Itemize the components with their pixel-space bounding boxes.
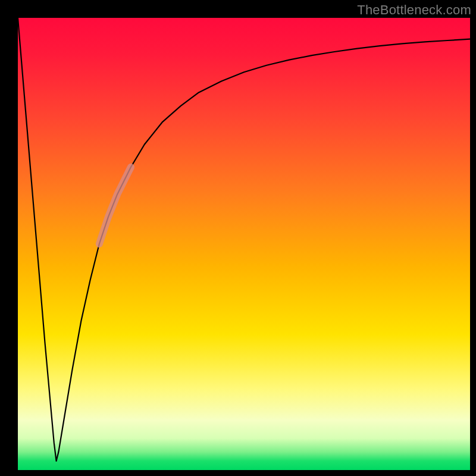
watermark-text: TheBottleneck.com [357,2,471,18]
plot-area [18,18,470,470]
curve-highlight [99,167,131,244]
curve-svg [18,18,470,470]
bottleneck-curve [18,18,470,461]
chart-frame: TheBottleneck.com [0,0,476,476]
